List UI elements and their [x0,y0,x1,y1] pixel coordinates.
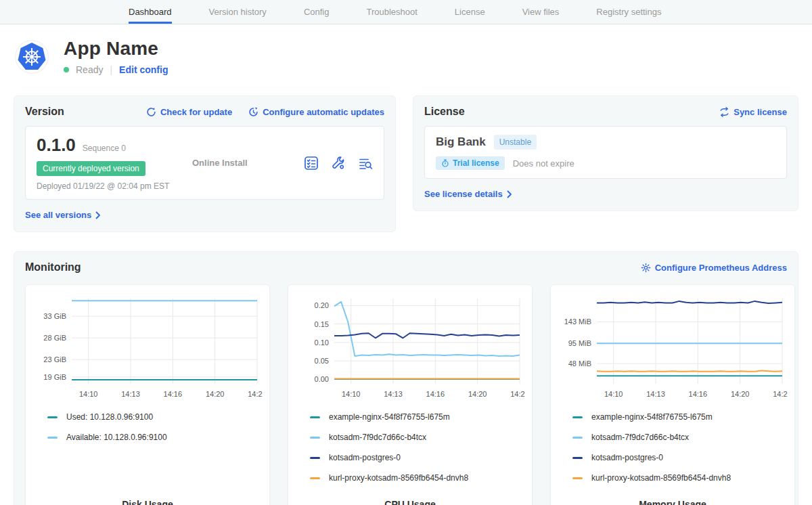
legend-label: kotsadm-7f9dc7d66c-b4tcx [329,433,426,442]
legend-item: kotsadm-postgres-0 [572,453,788,462]
legend-swatch [572,437,583,439]
kubernetes-logo [15,40,49,74]
memory-usage-title: Memory Usage [558,493,788,505]
svg-text:14:23: 14:23 [510,390,525,398]
legend-label: kurl-proxy-kotsadm-8569fb6454-dnvh8 [591,473,731,483]
legend-item: kurl-proxy-kotsadm-8569fb6454-dnvh8 [310,473,525,483]
chart-plot: 143 MiB95 MiB48 MiB14:1014:1314:1614:201… [558,293,788,401]
current-version-card: 0.1.0 Sequence 0 Currently deployed vers… [25,126,384,200]
version-card-title: Version [25,106,64,118]
svg-text:14:20: 14:20 [731,390,750,398]
memory-usage-chart-card: 143 MiB95 MiB48 MiB14:1014:1314:1614:201… [550,284,795,505]
svg-text:14:13: 14:13 [121,390,140,398]
svg-text:14:20: 14:20 [468,390,487,398]
svg-text:14:23: 14:23 [248,390,263,398]
license-detail-card: Big Bank Unstable Trial license Does not… [424,126,787,179]
legend-label: kotsadm-7f9dc7d66c-b4tcx [591,433,689,442]
preflight-checks-icon[interactable] [304,156,319,171]
legend-item: example-nginx-54f8f76755-l675m [310,412,525,422]
chart-plot: 0.200.150.100.050.0014:1014:1314:1614:20… [295,293,525,401]
tab-dashboard[interactable]: Dashboard [129,0,172,24]
sequence-label: Sequence 0 [83,144,126,153]
svg-text:0.15: 0.15 [315,320,329,328]
disk-usage-title: Disk Usage [32,493,263,505]
tab-config[interactable]: Config [304,0,330,24]
legend-label: kotsadm-postgres-0 [329,453,401,462]
see-all-versions-link[interactable]: See all versions [25,210,101,220]
schedule-update-icon [248,107,258,117]
sync-license-link[interactable]: Sync license [719,107,787,117]
configure-prometheus-link[interactable]: Configure Prometheus Address [641,263,787,273]
status-dot [64,67,69,72]
view-logs-icon[interactable] [358,156,373,171]
license-card: License Sync license Big Bank Unstable [413,95,798,211]
svg-text:14:10: 14:10 [342,390,361,398]
svg-text:14:16: 14:16 [426,390,445,398]
legend-item: kotsadm-7f9dc7d66c-b4tcx [572,433,788,442]
config-wrench-icon[interactable] [331,156,346,171]
svg-text:14:13: 14:13 [384,390,403,398]
svg-text:14:10: 14:10 [604,390,623,398]
legend-swatch [310,457,320,459]
legend-label: example-nginx-54f8f76755-l675m [329,412,450,422]
configure-automatic-updates-link[interactable]: Configure automatic updates [248,107,384,117]
svg-text:14:10: 14:10 [79,390,98,398]
legend-swatch [572,457,583,459]
svg-text:28 GiB: 28 GiB [43,334,66,342]
disk-usage-legend: Used: 10.128.0.96:9100Available: 10.128.… [32,412,263,453]
stopwatch-icon [441,159,449,167]
tab-troubleshoot[interactable]: Troubleshoot [366,0,417,24]
svg-text:33 GiB: 33 GiB [43,312,66,320]
legend-item: kotsadm-postgres-0 [310,453,525,462]
svg-text:0.05: 0.05 [315,357,329,365]
divider: | [110,64,112,75]
legend-swatch [572,416,583,418]
legend-label: example-nginx-54f8f76755-l675m [591,412,713,422]
edit-config-link[interactable]: Edit config [119,64,168,75]
tab-view-files[interactable]: View files [522,0,560,24]
cpu-usage-plot: 0.200.150.100.050.0014:1014:1314:1614:20… [295,293,525,401]
legend-item: example-nginx-54f8f76755-l675m [572,412,788,422]
sync-icon [719,107,729,117]
monitoring-section: Monitoring Configure Prometheus Address … [14,251,798,505]
legend-label: kurl-proxy-kotsadm-8569fb6454-dnvh8 [329,473,468,483]
svg-text:14:13: 14:13 [646,390,665,398]
chart-plot: 33 GiB28 GiB23 GiB19 GiB14:1014:1314:161… [32,293,263,401]
tab-registry-settings[interactable]: Registry settings [596,0,661,24]
page-title: App Name [64,38,168,60]
check-for-update-link[interactable]: Check for update [146,107,232,117]
legend-item: kotsadm-7f9dc7d66c-b4tcx [310,433,525,442]
chevron-right-icon [507,190,512,198]
cards-row: Version Check for update Configure autom… [0,95,812,232]
deployed-badge: Currently deployed version [37,161,145,176]
version-card: Version Check for update Configure autom… [14,95,396,232]
disk-usage-plot: 33 GiB28 GiB23 GiB19 GiB14:1014:1314:161… [32,293,263,401]
tab-version-history[interactable]: Version history [209,0,267,24]
top-nav: Dashboard Version history Config Trouble… [0,0,812,24]
channel-badge: Unstable [494,135,537,150]
svg-text:0.00: 0.00 [315,375,329,383]
install-type-label: Online Install [184,158,304,168]
svg-text:19 GiB: 19 GiB [43,373,66,381]
legend-label: Available: 10.128.0.96:9100 [66,433,167,442]
legend-swatch [310,437,320,439]
svg-text:0.20: 0.20 [315,301,329,309]
tab-license[interactable]: License [455,0,485,24]
version-number: 0.1.0 [37,135,76,156]
memory-usage-plot: 143 MiB95 MiB48 MiB14:1014:1314:1614:201… [558,293,788,401]
legend-swatch [47,416,58,418]
legend-swatch [310,477,320,479]
legend-swatch [572,477,583,479]
svg-text:48 MiB: 48 MiB [568,359,591,368]
svg-text:14:23: 14:23 [773,390,788,398]
legend-swatch [310,416,320,418]
legend-label: Used: 10.128.0.96:9100 [66,412,153,422]
license-card-title: License [424,106,465,118]
app-header: App Name Ready | Edit config [0,24,812,75]
chevron-right-icon [95,211,101,219]
see-license-details-link[interactable]: See license details [424,189,512,199]
cpu-usage-title: CPU Usage [295,493,525,505]
svg-text:23 GiB: 23 GiB [43,355,66,364]
memory-usage-legend: example-nginx-54f8f76755-l675mkotsadm-7f… [558,412,788,493]
legend-swatch [47,437,58,439]
